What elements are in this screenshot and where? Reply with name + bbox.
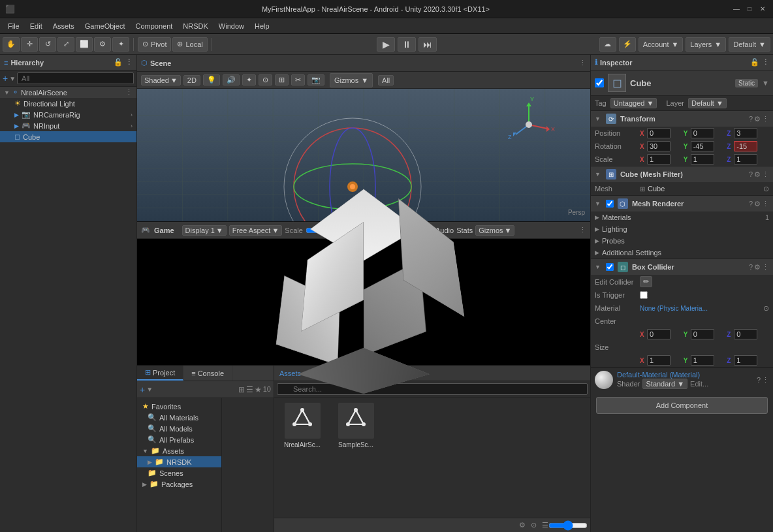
pivot-dropdown[interactable]: ⊙ Pivot <box>138 37 171 52</box>
assets-search-input[interactable] <box>277 383 588 395</box>
pause-button[interactable]: ⏸ <box>398 37 416 52</box>
tree-all-models[interactable]: 🔍 All Models <box>137 423 221 434</box>
display-dropdown[interactable]: Display 1 ▼ <box>182 225 227 236</box>
menu-window[interactable]: Window <box>213 21 249 31</box>
rot-y-input[interactable] <box>691 141 714 151</box>
lighting-toggle[interactable]: 💡 <box>203 74 220 86</box>
transform-settings[interactable]: ⚙ <box>754 115 761 123</box>
layer-dropdown[interactable]: Default ▼ <box>688 98 727 108</box>
project-icons-btn[interactable]: ⊞ <box>238 385 245 394</box>
stats-label[interactable]: Stats <box>456 227 473 234</box>
custom-tool[interactable]: ✦ <box>112 37 129 52</box>
mesh-renderer-enabled[interactable] <box>606 200 614 208</box>
static-chevron[interactable]: ▼ <box>762 79 769 87</box>
shading-dropdown[interactable]: Shaded ▼ <box>141 75 181 86</box>
project-star-btn[interactable]: ★ <box>255 385 262 394</box>
assets-icon3[interactable]: ☰ <box>542 521 548 529</box>
box-collider-menu[interactable]: ⋮ <box>762 263 769 272</box>
additional-subheader[interactable]: ▶ Additional Settings <box>591 247 773 258</box>
hierarchy-lock[interactable]: 🔓 <box>114 58 123 67</box>
gizmos-dropdown[interactable]: Gizmos ▼ <box>330 73 373 87</box>
material-help[interactable]: ? <box>757 376 761 384</box>
menu-file[interactable]: File <box>3 21 25 31</box>
local-dropdown[interactable]: ⊕ Local <box>172 37 207 52</box>
console-tab[interactable]: ≡ Console <box>183 366 232 381</box>
scene-search[interactable]: All <box>378 75 394 86</box>
pos-x-input[interactable] <box>647 128 670 138</box>
materials-subheader[interactable]: ▶ Materials 1 <box>591 211 773 223</box>
project-add-chevron[interactable]: ▼ <box>146 386 153 393</box>
scale-y-input[interactable] <box>691 154 714 164</box>
cy-input[interactable] <box>691 329 714 339</box>
assets-icon2[interactable]: ⊙ <box>531 521 537 529</box>
pos-z-input[interactable] <box>734 128 757 138</box>
collider-material-browse[interactable]: ⊙ <box>763 304 769 313</box>
asset-nrealairdscene[interactable]: NrealAirSc... <box>279 403 325 448</box>
scene-menu[interactable]: ⋮ <box>125 88 133 97</box>
game-tab-label[interactable]: Game <box>154 227 174 234</box>
material-menu[interactable]: ⋮ <box>762 376 769 384</box>
tree-packages[interactable]: ▶ 📁 Packages <box>137 478 221 490</box>
hierarchy-search-input[interactable] <box>17 72 134 84</box>
close-button[interactable]: ✕ <box>757 4 768 14</box>
scene-options3[interactable]: ✂ <box>291 74 305 86</box>
hand-tool[interactable]: ✋ <box>3 37 20 52</box>
account-dropdown[interactable]: Account ▼ <box>639 37 684 52</box>
tree-assets[interactable]: ▼ 📁 Assets <box>137 445 221 456</box>
scale-tool[interactable]: ⤢ <box>57 37 74 52</box>
hierarchy-item-nrinput[interactable]: ▶ 🎮 NRInput › <box>0 120 136 131</box>
inspector-lock[interactable]: 🔓 <box>750 58 759 67</box>
lighting-subheader[interactable]: ▶ Lighting <box>591 223 773 235</box>
cx-input[interactable] <box>647 329 670 339</box>
edit-collider-btn[interactable]: ✏ <box>640 276 652 287</box>
pos-y-input[interactable] <box>691 128 714 138</box>
obj-enabled-checkbox[interactable] <box>595 78 604 87</box>
mesh-browse[interactable]: ⊙ <box>763 185 769 193</box>
menu-nrsdk[interactable]: NRSDK <box>178 21 213 31</box>
mesh-filter-settings[interactable]: ⚙ <box>754 170 761 179</box>
sx-input[interactable] <box>647 355 670 366</box>
2d-toggle[interactable]: 2D <box>183 75 200 86</box>
probes-subheader[interactable]: ▶ Probes <box>591 235 773 247</box>
down-arrow-btn[interactable]: ▼ <box>9 75 16 82</box>
box-collider-help[interactable]: ? <box>749 263 753 272</box>
transform-help[interactable]: ? <box>749 115 753 123</box>
scene-tab-label[interactable]: Scene <box>150 59 171 67</box>
scene-options4[interactable]: 📷 <box>308 74 324 86</box>
collab-button[interactable]: ☁ <box>599 37 616 52</box>
assets-icon1[interactable]: ⚙ <box>519 521 526 529</box>
hierarchy-item-cube[interactable]: ◻ Cube <box>0 131 136 142</box>
inspector-menu[interactable]: ⋮ <box>762 58 769 67</box>
menu-help[interactable]: Help <box>249 21 275 31</box>
material-name[interactable]: Default-Material (Material) <box>617 371 753 379</box>
hierarchy-item-nrcamerarig[interactable]: ▶ 📷 NRCameraRig › <box>0 109 136 120</box>
menu-gameobject[interactable]: GameObject <box>80 21 131 31</box>
tree-nrsdk[interactable]: ▶ 📁 NRSDK <box>137 456 221 467</box>
project-tab[interactable]: ⊞ Project <box>137 366 183 381</box>
fx-toggle[interactable]: ✦ <box>242 74 256 86</box>
tree-favorites[interactable]: ★ Favorites <box>137 401 221 412</box>
mesh-filter-header[interactable]: ▼ ⊞ Cube (Mesh Filter) ? ⚙ ⋮ <box>591 166 773 182</box>
box-collider-settings[interactable]: ⚙ <box>754 263 761 272</box>
menu-component[interactable]: Component <box>130 21 178 31</box>
maximize-button[interactable]: □ <box>744 4 755 14</box>
cz-input[interactable] <box>734 329 757 339</box>
box-collider-header[interactable]: ▼ ◻ Box Collider ? ⚙ ⋮ <box>591 259 773 275</box>
mesh-renderer-header[interactable]: ▼ ⬡ Mesh Renderer ? ⚙ ⋮ <box>591 196 773 211</box>
hierarchy-scene[interactable]: ▼ ⚬ NrealAirScene ⋮ <box>0 87 136 98</box>
box-collider-enabled[interactable] <box>606 263 614 271</box>
game-menu-btn[interactable]: ⋮ <box>579 226 586 234</box>
tree-all-prefabs[interactable]: 🔍 All Prefabs <box>137 434 221 445</box>
tree-all-materials[interactable]: 🔍 All Materials <box>137 412 221 423</box>
layout-dropdown[interactable]: Default ▼ <box>729 37 770 52</box>
tag-dropdown[interactable]: Untagged ▼ <box>610 98 657 108</box>
mesh-renderer-settings[interactable]: ⚙ <box>754 200 761 208</box>
menu-edit[interactable]: Edit <box>25 21 48 31</box>
shader-dropdown[interactable]: Standard ▼ <box>642 379 687 389</box>
transform-menu[interactable]: ⋮ <box>762 115 769 123</box>
project-list-btn[interactable]: ☰ <box>246 385 253 394</box>
rot-x-input[interactable] <box>647 141 670 151</box>
obj-name[interactable]: Cube <box>630 78 731 88</box>
scale-z-input[interactable] <box>734 154 757 164</box>
step-button[interactable]: ⏭ <box>418 37 437 52</box>
